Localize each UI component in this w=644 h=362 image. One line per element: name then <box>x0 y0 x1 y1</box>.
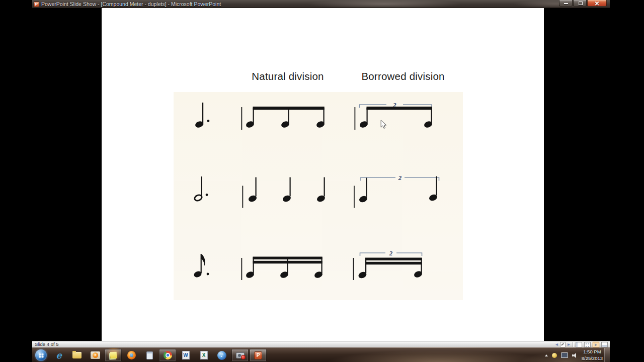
desktop: P PowerPoint Slide Show - [Compound Mete… <box>0 0 644 362</box>
statusbar-divider <box>573 342 573 347</box>
restore-button[interactable] <box>573 0 587 7</box>
row3-beat-dotted-eighth <box>193 254 209 279</box>
titlebar-left: P PowerPoint Slide Show - [Compound Mete… <box>34 0 221 8</box>
window-titlebar[interactable]: P PowerPoint Slide Show - [Compound Mete… <box>32 0 610 8</box>
previous-slide-button[interactable]: ◂ <box>555 341 558 347</box>
restore-icon <box>579 2 583 5</box>
row3-duplet-number: 2 <box>389 249 393 257</box>
music-notation-graphic: 2 <box>174 92 463 300</box>
internet-explorer-icon: e <box>56 351 62 360</box>
taskbar-item-firefox[interactable] <box>123 349 140 361</box>
row3-natural-beamed-sixteenths <box>245 257 324 279</box>
show-hidden-icons-button[interactable] <box>545 354 548 356</box>
view-normal-button[interactable] <box>576 342 582 347</box>
volume-icon[interactable] <box>572 353 578 358</box>
view-slide-show-button[interactable] <box>593 342 599 347</box>
row3-barline-borrowed <box>353 258 354 280</box>
window-controls <box>558 0 607 7</box>
taskbar-item-screen-recorder[interactable] <box>231 349 249 361</box>
row2-natural-quarters <box>248 177 326 203</box>
slideshow-stage[interactable]: Natural division Borrowed division <box>32 8 610 341</box>
display-settings-icon[interactable] <box>561 352 568 358</box>
row2-barline-borrowed <box>354 186 355 208</box>
header-borrowed-division: Borrowed division <box>361 70 444 82</box>
taskbar-item-media-player[interactable] <box>87 349 104 361</box>
taskbar-item-itunes[interactable]: ♪ <box>213 349 230 361</box>
taskbar-item-word[interactable]: W <box>177 349 194 361</box>
row2-beat-dotted-half <box>194 176 208 202</box>
header-natural-division: Natural division <box>252 70 324 82</box>
taskbar-item-powerpoint[interactable]: P <box>250 349 267 361</box>
taskbar: e <box>32 347 610 362</box>
tray-app-icon[interactable] <box>552 353 557 358</box>
row1-barline-borrowed <box>355 107 356 130</box>
mouse-cursor <box>380 120 387 130</box>
taskbar-clock[interactable]: 1:50 PM 8/25/2013 <box>582 349 603 361</box>
statusbar: Slide 4 of 5 ◂ ▸ <box>32 341 610 347</box>
statusbar-controls: ◂ ▸ <box>555 341 608 347</box>
taskbar-item-sticky-notes[interactable] <box>105 349 122 361</box>
fit-to-window-button[interactable] <box>601 342 608 347</box>
taskbar-item-calculator[interactable] <box>141 349 158 361</box>
taskbar-item-windows-explorer[interactable] <box>68 349 86 361</box>
chrome-icon <box>164 351 172 359</box>
clock-time: 1:50 PM <box>582 349 603 355</box>
row3-barline-natural <box>242 258 243 280</box>
window-title: PowerPoint Slide Show - [Compound Meter … <box>41 1 221 7</box>
folder-icon <box>72 352 82 358</box>
minimize-button[interactable] <box>559 0 573 7</box>
windows-flag-icon <box>39 353 41 355</box>
taskbar-item-chrome[interactable] <box>159 349 176 361</box>
captured-screen: P PowerPoint Slide Show - [Compound Mete… <box>32 0 610 362</box>
system-tray: 1:50 PM 8/25/2013 <box>545 348 603 362</box>
row2-borrowed-quarter-duplet: 2 <box>358 174 439 203</box>
screen-recorder-icon <box>236 352 245 358</box>
excel-icon: X <box>200 351 208 359</box>
close-button[interactable] <box>587 0 607 7</box>
firefox-icon <box>127 351 136 359</box>
row1-barline-natural <box>242 107 243 130</box>
view-slide-sorter-button[interactable] <box>584 342 591 347</box>
notation-panel: 2 <box>174 92 463 300</box>
powerpoint-icon: P <box>254 351 262 359</box>
calculator-icon <box>146 351 153 359</box>
word-icon: W <box>182 351 190 359</box>
annotation-pen-button[interactable] <box>560 342 566 347</box>
row1-natural-beamed-eighths <box>245 107 326 129</box>
media-player-icon <box>91 351 100 359</box>
taskbar-item-internet-explorer[interactable]: e <box>50 349 67 361</box>
slide-indicator: Slide 4 of 5 <box>35 341 59 347</box>
clock-date: 8/25/2013 <box>582 355 603 361</box>
next-slide-button[interactable]: ▸ <box>568 341 570 347</box>
start-orb[interactable] <box>35 349 47 361</box>
row2-duplet-number: 2 <box>398 174 402 182</box>
show-desktop-button[interactable] <box>604 348 610 362</box>
slide-canvas[interactable]: Natural division Borrowed division <box>102 8 544 341</box>
taskbar-items: e <box>35 348 267 362</box>
powerpoint-app-icon: P <box>34 2 39 7</box>
sticky-notes-icon <box>110 352 117 359</box>
taskbar-item-excel[interactable]: X <box>195 349 212 361</box>
row1-borrowed-eighth-duplet: 2 <box>359 101 433 129</box>
row1-beat-dotted-quarter <box>194 103 209 129</box>
row2-barline-natural <box>243 186 244 208</box>
row3-borrowed-sixteenth-duplet: 2 <box>358 249 423 279</box>
minimize-icon <box>564 3 568 4</box>
itunes-icon: ♪ <box>217 351 226 360</box>
